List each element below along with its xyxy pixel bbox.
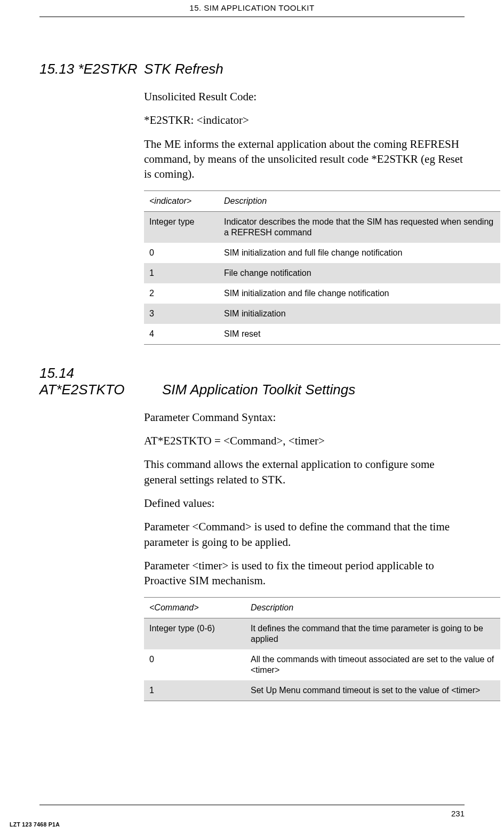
table-row: 0 SIM initialization and full file chang… <box>144 243 500 263</box>
section-heading-1514: 15.14 AT*E2STKTOSIM Application Toolkit … <box>39 365 465 398</box>
table-cell: File change notification <box>219 263 500 283</box>
table-header: <Command> <box>144 597 245 618</box>
section-heading-1513: 15.13 *E2STKRSTK Refresh <box>39 61 465 77</box>
table-cell: Set Up Menu command timeout is set to th… <box>245 680 500 701</box>
table-row: Integer type (0-6) It defines the comman… <box>144 618 500 649</box>
table-row: 3 SIM initialization <box>144 304 500 324</box>
table-cell: 3 <box>144 304 219 324</box>
table-row: Integer type Indicator describes the mod… <box>144 211 500 243</box>
table-cell: 1 <box>144 680 245 701</box>
paragraph: This command allows the external applica… <box>144 457 465 487</box>
table-cell: Integer type <box>144 211 219 243</box>
table-cell: SIM initialization and file change notif… <box>219 283 500 304</box>
table-row: 4 SIM reset <box>144 324 500 345</box>
footer-divider <box>39 805 465 805</box>
table-cell: Indicator describes the mode that the SI… <box>219 211 500 243</box>
table-header-row: <Command> Description <box>144 597 500 618</box>
section-title: SIM Application Toolkit Settings <box>162 382 355 398</box>
paragraph: Parameter <timer> is used to fix the tim… <box>144 558 465 589</box>
table-cell: It defines the command that the time par… <box>245 618 500 649</box>
table-cell: 4 <box>144 324 219 345</box>
paragraph: Parameter Command Syntax: <box>144 410 465 425</box>
indicator-table: <indicator> Description Integer type Ind… <box>144 190 500 345</box>
paragraph: Defined values: <box>144 496 465 511</box>
document-id: LZT 123 7468 P1A <box>10 821 60 828</box>
paragraph: AT*E2STKTO = <Command>, <timer> <box>144 433 465 448</box>
table-cell: All the commands with timeout associated… <box>245 649 500 680</box>
table-cell: 0 <box>144 649 245 680</box>
table-header: Description <box>245 597 500 618</box>
table-cell: Integer type (0-6) <box>144 618 245 649</box>
table-row: 0 All the commands with timeout associat… <box>144 649 500 680</box>
table-cell: 0 <box>144 243 219 263</box>
page-header: 15. SIM APPLICATION TOOLKIT <box>39 0 465 17</box>
table-row: 1 File change notification <box>144 263 500 283</box>
table-header: <indicator> <box>144 190 219 211</box>
command-table: <Command> Description Integer type (0-6)… <box>144 597 500 701</box>
table-header: Description <box>219 190 500 211</box>
section-title: STK Refresh <box>144 61 223 77</box>
paragraph: Unsolicited Result Code: <box>144 89 465 104</box>
table-row: 2 SIM initialization and file change not… <box>144 283 500 304</box>
table-cell: SIM initialization <box>219 304 500 324</box>
paragraph: *E2STKR: <indicator> <box>144 113 465 128</box>
table-row: 1 Set Up Menu command timeout is set to … <box>144 680 500 701</box>
table-cell: 2 <box>144 283 219 304</box>
table-cell: SIM initialization and full file change … <box>219 243 500 263</box>
table-cell: 1 <box>144 263 219 283</box>
section-number: 15.14 AT*E2STKTO <box>39 365 162 398</box>
table-cell: SIM reset <box>219 324 500 345</box>
paragraph: Parameter <Command> is used to define th… <box>144 519 465 550</box>
paragraph: The ME informs the external application … <box>144 137 465 182</box>
table-header-row: <indicator> Description <box>144 190 500 211</box>
page-number: 231 <box>451 809 465 818</box>
section-number: 15.13 *E2STKR <box>39 61 144 77</box>
